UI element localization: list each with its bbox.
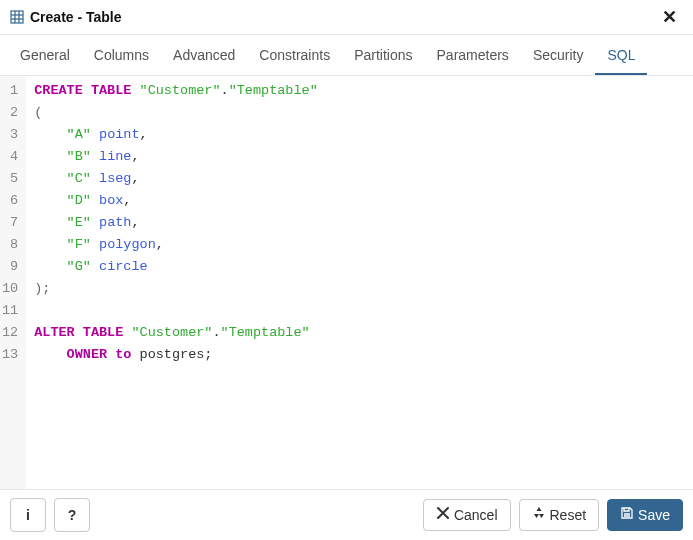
cancel-label: Cancel (454, 507, 498, 524)
line-number: 1 (2, 80, 20, 102)
svg-rect-0 (11, 11, 23, 23)
recycle-icon (532, 506, 546, 524)
tab-security[interactable]: Security (521, 39, 596, 75)
code-line: ); (34, 278, 318, 300)
line-number: 7 (2, 212, 20, 234)
line-number: 5 (2, 168, 20, 190)
code-line: OWNER to postgres; (34, 344, 318, 366)
code-line: "E" path, (34, 212, 318, 234)
tab-advanced[interactable]: Advanced (161, 39, 247, 75)
line-number: 12 (2, 322, 20, 344)
code-line: "D" box, (34, 190, 318, 212)
table-icon (10, 10, 24, 24)
sql-code: CREATE TABLE "Customer"."Temptable"( "A"… (26, 76, 326, 489)
tab-general[interactable]: General (8, 39, 82, 75)
line-number: 13 (2, 344, 20, 366)
dialog-title: Create - Table (30, 9, 656, 25)
line-number: 6 (2, 190, 20, 212)
tab-columns[interactable]: Columns (82, 39, 161, 75)
code-line (34, 300, 318, 322)
tab-parameters[interactable]: Parameters (425, 39, 521, 75)
line-gutter: 12345678910111213 (0, 76, 26, 489)
close-button[interactable]: ✕ (656, 6, 683, 28)
tab-partitions[interactable]: Partitions (342, 39, 424, 75)
code-line: "C" lseg, (34, 168, 318, 190)
tab-sql[interactable]: SQL (595, 39, 647, 75)
reset-label: Reset (550, 507, 587, 524)
save-button[interactable]: Save (607, 499, 683, 531)
line-number: 10 (2, 278, 20, 300)
code-line: "G" circle (34, 256, 318, 278)
tab-constraints[interactable]: Constraints (247, 39, 342, 75)
sql-editor[interactable]: 12345678910111213 CREATE TABLE "Customer… (0, 76, 693, 489)
info-button[interactable]: i (10, 498, 46, 532)
code-line: CREATE TABLE "Customer"."Temptable" (34, 80, 318, 102)
code-line: ALTER TABLE "Customer"."Temptable" (34, 322, 318, 344)
code-line: "A" point, (34, 124, 318, 146)
close-icon (436, 506, 450, 524)
line-number: 11 (2, 300, 20, 322)
code-line: ( (34, 102, 318, 124)
line-number: 9 (2, 256, 20, 278)
code-line: "F" polygon, (34, 234, 318, 256)
dialog-footer: i ? Cancel Reset Save (0, 489, 693, 540)
line-number: 4 (2, 146, 20, 168)
tab-bar: General Columns Advanced Constraints Par… (0, 39, 693, 76)
help-button[interactable]: ? (54, 498, 90, 532)
line-number: 8 (2, 234, 20, 256)
save-icon (620, 506, 634, 524)
reset-button[interactable]: Reset (519, 499, 600, 531)
save-label: Save (638, 507, 670, 524)
line-number: 3 (2, 124, 20, 146)
code-line: "B" line, (34, 146, 318, 168)
dialog-header: Create - Table ✕ (0, 0, 693, 35)
cancel-button[interactable]: Cancel (423, 499, 511, 531)
line-number: 2 (2, 102, 20, 124)
